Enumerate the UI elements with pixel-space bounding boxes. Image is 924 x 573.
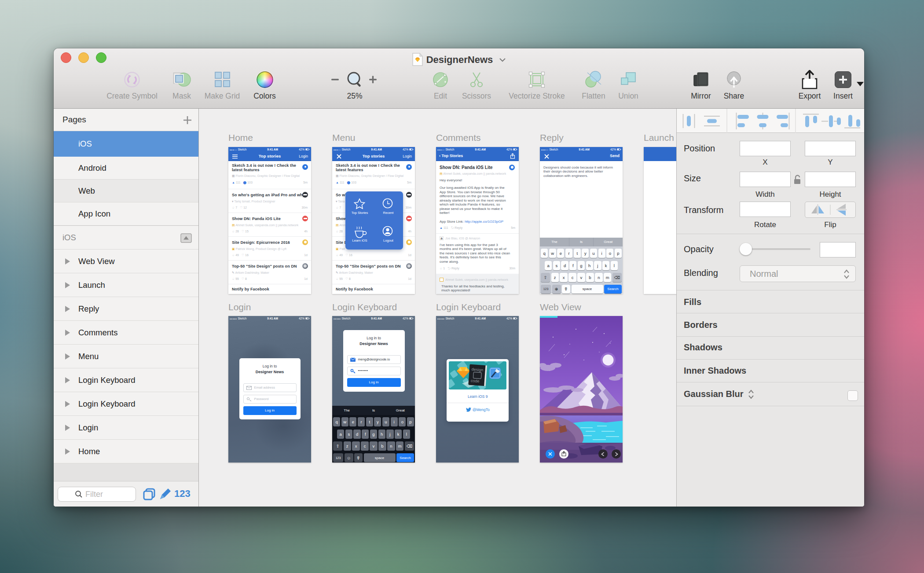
svg-text:code: code bbox=[471, 378, 480, 383]
svg-text:design: design bbox=[472, 367, 484, 372]
